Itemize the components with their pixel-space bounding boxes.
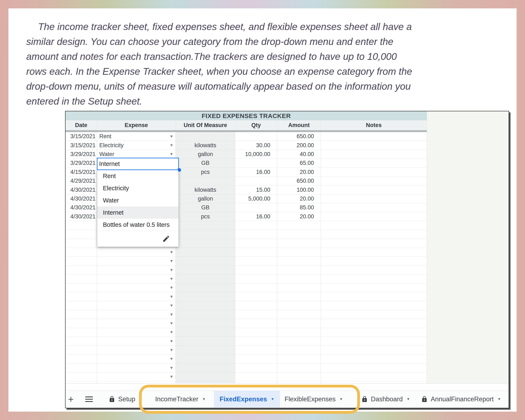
cell-notes[interactable] — [321, 186, 427, 194]
sheet-tab-annualfinancereport[interactable]: AnnualFinanceReport▼ — [421, 391, 501, 407]
cell-qty[interactable] — [235, 230, 277, 239]
cell-date[interactable] — [66, 355, 97, 364]
cell-uom[interactable] — [176, 239, 235, 248]
cell-qty[interactable] — [235, 301, 277, 310]
cell-notes[interactable] — [321, 168, 427, 177]
dropdown-handle-icon[interactable] — [178, 168, 181, 172]
dropdown-arrow-icon[interactable]: ▼ — [169, 366, 173, 370]
cell-notes[interactable] — [321, 301, 427, 310]
cell-notes[interactable] — [321, 337, 427, 346]
cell-expense[interactable]: ▼ — [97, 310, 176, 319]
cell-amount[interactable] — [277, 337, 321, 346]
dropdown-arrow-icon[interactable]: ▼ — [169, 259, 173, 263]
cell-date[interactable]: 4/30/2021 — [66, 186, 97, 194]
cell-date[interactable] — [66, 283, 97, 292]
dropdown-arrow-icon[interactable]: ▼ — [169, 250, 173, 254]
cell-expense[interactable]: ▼ — [97, 337, 176, 346]
cell-uom[interactable] — [176, 346, 235, 355]
cell-uom[interactable] — [176, 310, 235, 319]
cell-notes[interactable] — [321, 221, 427, 230]
cell-date[interactable] — [66, 266, 97, 274]
cell-qty[interactable] — [235, 373, 277, 381]
cell-expense[interactable]: Electricity▼ — [97, 141, 176, 150]
cell-uom[interactable]: kilowatts — [176, 186, 235, 194]
cell-uom[interactable]: GB — [176, 159, 235, 168]
cell-uom[interactable] — [176, 355, 235, 364]
cell-uom[interactable] — [176, 274, 235, 283]
dropdown-arrow-icon[interactable]: ▼ — [169, 374, 173, 379]
cell-date[interactable] — [66, 248, 97, 257]
cell-uom[interactable] — [176, 283, 235, 292]
cell-notes[interactable] — [321, 230, 427, 239]
cell-notes[interactable] — [321, 141, 427, 150]
cell-notes[interactable] — [321, 381, 427, 383]
cell-notes[interactable] — [321, 283, 427, 292]
dropdown-arrow-icon[interactable]: ▼ — [169, 294, 173, 299]
dropdown-arrow-icon[interactable]: ▼ — [169, 348, 173, 352]
cell-notes[interactable] — [321, 346, 427, 355]
cell-date[interactable] — [66, 328, 97, 337]
cell-date[interactable]: 4/15/2021 — [66, 168, 97, 177]
cell-expense[interactable]: ▼ — [97, 257, 176, 265]
cell-uom[interactable] — [176, 230, 235, 239]
cell-uom[interactable] — [176, 177, 235, 186]
dropdown-arrow-icon[interactable]: ▼ — [169, 285, 173, 290]
cell-uom[interactable] — [176, 373, 235, 381]
dropdown-option[interactable]: Water — [97, 194, 178, 206]
cell-amount[interactable]: 20.00 — [277, 212, 321, 221]
cell-uom[interactable] — [176, 292, 235, 301]
cell-qty[interactable]: 5,000.00 — [235, 195, 277, 203]
cell-qty[interactable] — [235, 346, 277, 355]
dropdown-arrow-icon[interactable]: ▼ — [169, 277, 173, 281]
dropdown-arrow-icon[interactable]: ▼ — [169, 321, 173, 326]
cell-qty[interactable] — [235, 239, 277, 248]
cell-date[interactable] — [66, 257, 97, 265]
cell-amount[interactable]: 20.00 — [277, 168, 321, 177]
cell-amount[interactable] — [277, 248, 321, 257]
cell-notes[interactable] — [321, 195, 427, 203]
cell-date[interactable]: 3/29/2021 — [66, 150, 97, 159]
cell-expense[interactable]: ▼ — [97, 346, 176, 355]
dropdown-arrow-icon[interactable]: ▼ — [169, 143, 173, 148]
cell-qty[interactable] — [235, 319, 277, 328]
cell-expense[interactable]: ▼ — [97, 373, 176, 381]
cell-notes[interactable] — [321, 266, 427, 274]
dropdown-arrow-icon[interactable]: ▼ — [169, 312, 173, 317]
cell-expense[interactable]: ▼ — [97, 266, 176, 274]
cell-amount[interactable]: 200.00 — [277, 141, 321, 150]
tab-dropdown-arrow-icon[interactable]: ▼ — [497, 397, 501, 401]
cell-uom[interactable] — [176, 381, 235, 383]
cell-expense[interactable]: ▼ — [97, 274, 176, 283]
cell-notes[interactable] — [321, 355, 427, 364]
cell-qty[interactable] — [235, 203, 277, 212]
cell-notes[interactable] — [321, 292, 427, 301]
cell-notes[interactable] — [321, 274, 427, 283]
cell-notes[interactable] — [321, 328, 427, 337]
cell-expense[interactable]: ▼ — [97, 301, 176, 310]
dropdown-arrow-icon[interactable]: ▼ — [169, 152, 173, 157]
cell-notes[interactable] — [321, 310, 427, 319]
cell-expense[interactable]: Rent▼ — [97, 132, 176, 141]
cell-qty[interactable] — [235, 177, 277, 186]
cell-date[interactable] — [66, 230, 97, 239]
cell-amount[interactable] — [277, 381, 321, 383]
cell-date[interactable]: 3/29/2021 — [66, 159, 97, 168]
cell-uom[interactable]: pcs — [176, 212, 235, 221]
cell-date[interactable]: 4/30/2021 — [66, 203, 97, 212]
cell-expense[interactable]: ▼ — [97, 355, 176, 364]
cell-qty[interactable] — [235, 283, 277, 292]
cell-amount[interactable] — [277, 328, 321, 337]
cell-uom[interactable] — [176, 319, 235, 328]
cell-expense[interactable]: ▼ — [97, 248, 176, 257]
cell-expense[interactable] — [97, 381, 176, 383]
add-sheet-button[interactable]: + — [68, 391, 74, 407]
dropdown-arrow-icon[interactable]: ▼ — [169, 330, 173, 335]
cell-date[interactable] — [66, 301, 97, 310]
cell-amount[interactable]: 100.00 — [277, 186, 321, 194]
cell-amount[interactable]: 20.00 — [277, 195, 321, 203]
dropdown-option[interactable]: Rent — [97, 170, 178, 182]
cell-notes[interactable] — [321, 203, 427, 212]
cell-expense[interactable]: ▼ — [97, 319, 176, 328]
cell-amount[interactable]: 650.00 — [277, 132, 321, 141]
cell-notes[interactable] — [321, 248, 427, 257]
